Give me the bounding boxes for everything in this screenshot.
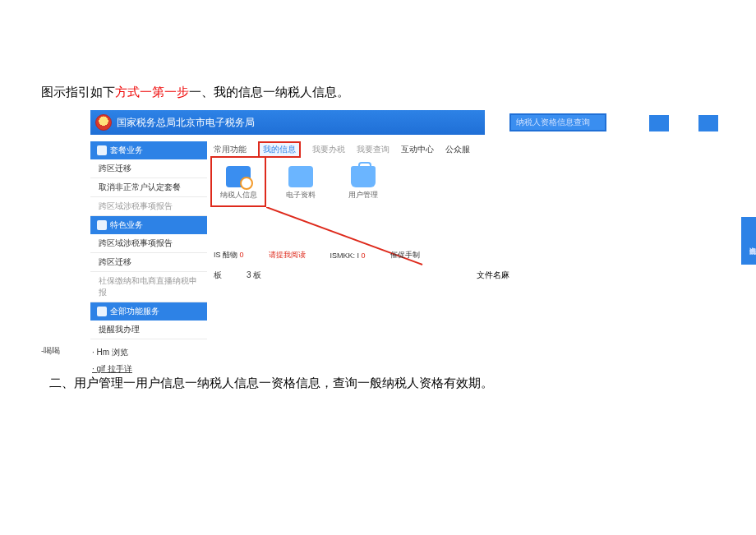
main-tabs: 常用功能 我的信息 我要办税 我要查询 互动中心 公众服 bbox=[214, 141, 567, 158]
package-icon bbox=[97, 145, 107, 155]
header-chip-2[interactable] bbox=[698, 115, 718, 131]
tile-e-materials[interactable]: 电子资料 bbox=[279, 166, 322, 201]
icon-row: 纳税人信息 电子资料 用户管理 bbox=[214, 163, 567, 204]
tile-label: 用户管理 bbox=[348, 190, 378, 201]
status-row: IS 醋物 0 请提我阅读 ISMKK: I 0 催促手制 bbox=[214, 250, 420, 261]
sidebar-group-package[interactable]: 套餐业务 bbox=[90, 141, 207, 159]
header-chip-1[interactable] bbox=[649, 115, 669, 131]
sidebar-item[interactable]: 取消非正常户认定套餐 bbox=[90, 178, 207, 197]
sidebar-group-label: 套餐业务 bbox=[110, 145, 143, 156]
all-icon bbox=[97, 307, 107, 316]
annotation-arrow bbox=[266, 207, 431, 273]
footnote: -喝喝 bbox=[41, 345, 60, 357]
document-icon bbox=[288, 166, 313, 187]
tab-my-info[interactable]: 我的信息 bbox=[258, 141, 301, 158]
tab-do-tax[interactable]: 我要办税 bbox=[312, 144, 345, 155]
sidebar-item[interactable]: 跨区迁移 bbox=[90, 159, 207, 178]
state-emblem-icon bbox=[95, 114, 112, 131]
sidebar-group-label: 特色业务 bbox=[110, 219, 143, 231]
sidebar-group-label: 全部功能服务 bbox=[110, 306, 159, 317]
tab-common[interactable]: 常用功能 bbox=[214, 144, 247, 155]
file-row: 板 3 板 bbox=[214, 270, 261, 281]
sidebar-item[interactable]: 跨区域涉税事项报告 bbox=[90, 234, 207, 253]
tile-user-mgmt[interactable]: 用户管理 bbox=[342, 166, 385, 201]
sidebar-group-all[interactable]: 全部功能服务 bbox=[90, 302, 207, 321]
search-placeholder: 纳税人资格信息查询 bbox=[516, 117, 590, 128]
tab-public[interactable]: 公众服 bbox=[445, 144, 470, 155]
briefcase-icon bbox=[351, 166, 376, 187]
search-input[interactable]: 纳税人资格信息查询 bbox=[509, 113, 606, 131]
file-cell: 板 bbox=[214, 270, 222, 281]
tile-label: 电子资料 bbox=[286, 190, 316, 201]
step1-prefix: 图示指引如下 bbox=[41, 85, 115, 99]
tab-interact[interactable]: 互动中心 bbox=[401, 144, 434, 155]
step1-instruction: 图示指引如下方式一第一步一、我的信息一纳税人信息。 bbox=[41, 82, 715, 102]
status-item: 催促手制 bbox=[390, 250, 420, 261]
status-link[interactable]: 请提我阅读 bbox=[269, 250, 306, 261]
sidebar-group-special[interactable]: 特色业务 bbox=[90, 216, 207, 234]
sidebar: 套餐业务 跨区迁移 取消非正常户认定套餐 跨区域涉税事项报告 特色业务 跨区域涉… bbox=[90, 141, 207, 377]
sidebar-item[interactable]: 社保缴纳和电商直播纳税申报 bbox=[90, 272, 207, 302]
status-item: IS 醋物 0 bbox=[214, 250, 244, 261]
sublist-item[interactable]: · Hm 浏览 bbox=[90, 344, 207, 361]
sidebar-item[interactable]: 跨区迁移 bbox=[90, 253, 207, 272]
annotation-frame bbox=[210, 156, 266, 207]
app-header: 国家税务总局北京市电子税务局 bbox=[90, 110, 485, 135]
sidebar-item[interactable]: 跨区域涉税事项报告 bbox=[90, 197, 207, 216]
special-icon bbox=[97, 220, 107, 230]
tab-query[interactable]: 我要查询 bbox=[357, 144, 390, 155]
sublist-item[interactable]: · gif 拉手详 bbox=[90, 361, 207, 377]
app-screenshot: 国家税务总局北京市电子税务局 纳税人资格信息查询 套餐业务 跨区迁移 取消非正常… bbox=[90, 110, 748, 340]
step1-suffix: 一、我的信息一纳税人信息。 bbox=[189, 85, 349, 99]
sidebar-sublist: · Hm 浏览 · gif 拉手详 bbox=[90, 344, 207, 377]
file-name-label: 文件名麻 bbox=[477, 270, 509, 281]
sidebar-item[interactable]: 提醒我办理 bbox=[90, 321, 207, 339]
step1-highlight: 方式一第一步 bbox=[115, 85, 189, 99]
status-item: ISMKK: I 0 bbox=[330, 251, 366, 260]
right-help-tab[interactable]: 在线咨询助力 bbox=[741, 217, 756, 265]
file-cell: 3 板 bbox=[247, 270, 261, 281]
main-panel: 常用功能 我的信息 我要办税 我要查询 互动中心 公众服 纳税人信息 电子资料 bbox=[214, 141, 567, 204]
app-title: 国家税务总局北京市电子税务局 bbox=[117, 116, 255, 130]
